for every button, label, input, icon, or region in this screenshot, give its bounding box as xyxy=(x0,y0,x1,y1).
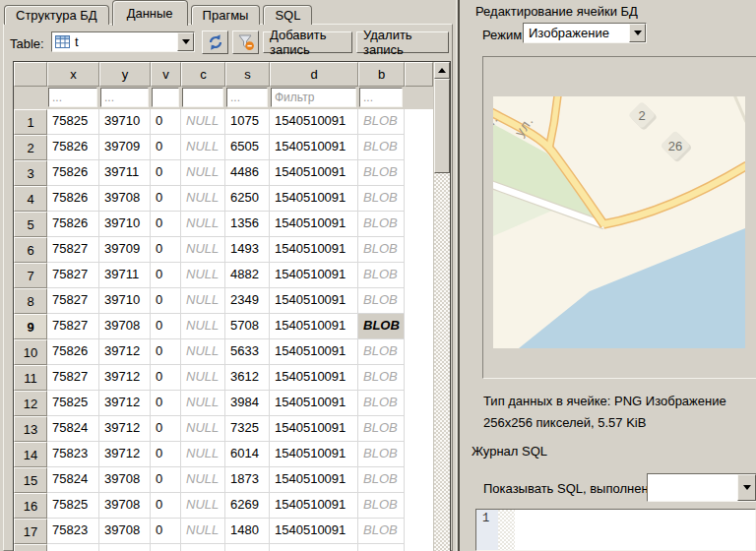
tab-db-structure[interactable]: Структура БД xyxy=(4,5,109,25)
filter-input-s[interactable] xyxy=(226,88,268,107)
row-header[interactable]: 10 xyxy=(14,339,47,365)
cell[interactable]: 1356 xyxy=(225,212,270,237)
cell[interactable] xyxy=(225,544,270,551)
cell[interactable]: 0 xyxy=(151,442,181,467)
cell[interactable]: 0 xyxy=(151,519,181,544)
cell[interactable]: NULL xyxy=(181,212,225,237)
cell[interactable]: 1540510091 xyxy=(270,288,358,314)
cell[interactable]: 1540510091 xyxy=(270,467,358,493)
add-record-button[interactable]: Добавить запись xyxy=(263,31,352,53)
cell[interactable]: 0 xyxy=(151,237,181,263)
row-header[interactable]: 5 xyxy=(14,212,47,237)
cell[interactable]: 7325 xyxy=(225,416,270,442)
cell[interactable]: 75825 xyxy=(47,493,99,519)
column-header-b[interactable]: b xyxy=(358,62,405,87)
cell[interactable]: 39712 xyxy=(99,365,151,391)
cell[interactable]: BLOB xyxy=(358,493,405,519)
filter-input-x[interactable] xyxy=(48,88,97,107)
table-selector-dropdown-button[interactable] xyxy=(177,32,194,51)
refresh-button[interactable] xyxy=(202,31,228,54)
cell[interactable]: 75825 xyxy=(47,109,99,135)
cell[interactable]: BLOB xyxy=(358,519,405,544)
cell[interactable]: 0 xyxy=(151,416,181,442)
cell[interactable]: 0 xyxy=(151,365,181,391)
v-scrollbar[interactable] xyxy=(433,62,450,551)
cell[interactable]: 1540510091 xyxy=(270,135,358,160)
cell[interactable]: 4882 xyxy=(225,263,270,288)
cell[interactable]: 39708 xyxy=(99,467,151,493)
sql-log-editor[interactable]: 1 xyxy=(475,509,756,551)
mode-select[interactable]: Изображение xyxy=(523,23,647,43)
cell[interactable]: 39708 xyxy=(99,186,151,212)
cell[interactable]: 39711 xyxy=(99,160,151,186)
cell[interactable]: NULL xyxy=(181,314,225,339)
cell[interactable]: 39709 xyxy=(99,237,151,263)
cell[interactable] xyxy=(181,544,225,551)
cell[interactable]: NULL xyxy=(181,263,225,288)
cell[interactable]: 75826 xyxy=(47,186,99,212)
row-header[interactable]: 15 xyxy=(14,467,47,493)
row-header[interactable]: 2 xyxy=(14,135,47,160)
row-header[interactable]: 17 xyxy=(14,519,47,544)
cell[interactable]: 1493 xyxy=(225,237,270,263)
selected-cell[interactable]: BLOB xyxy=(358,314,405,339)
filter-input-y[interactable] xyxy=(100,88,149,107)
cell[interactable]: 6014 xyxy=(225,442,270,467)
cell[interactable]: NULL xyxy=(181,442,225,467)
cell[interactable]: 0 xyxy=(151,109,181,135)
cell[interactable]: 1540510091 xyxy=(270,442,358,467)
cell[interactable]: 6250 xyxy=(225,186,270,212)
row-header[interactable]: 13 xyxy=(14,416,47,442)
column-header-v[interactable]: v xyxy=(151,62,181,87)
filter-input-d[interactable] xyxy=(271,88,356,107)
clear-filter-button[interactable] xyxy=(232,31,259,54)
cell[interactable]: 5633 xyxy=(225,339,270,365)
cell[interactable] xyxy=(99,544,151,551)
cell[interactable]: BLOB xyxy=(358,263,405,288)
cell[interactable]: 1540510091 xyxy=(270,186,358,212)
cell[interactable]: NULL xyxy=(181,109,225,135)
row-header[interactable]: 3 xyxy=(14,160,47,186)
cell[interactable]: 75826 xyxy=(47,339,99,365)
filter-input-c[interactable] xyxy=(182,88,223,107)
row-header[interactable]: 11 xyxy=(14,365,47,391)
cell[interactable]: 5708 xyxy=(225,314,270,339)
cell[interactable]: 75823 xyxy=(47,442,99,467)
cell[interactable]: 6269 xyxy=(225,493,270,519)
cell[interactable]: 75826 xyxy=(47,160,99,186)
cell[interactable]: BLOB xyxy=(358,467,405,493)
cell[interactable]: 1480 xyxy=(225,519,270,544)
cell[interactable]: NULL xyxy=(181,237,225,263)
cell[interactable]: NULL xyxy=(181,160,225,186)
cell[interactable]: BLOB xyxy=(358,186,405,212)
cell[interactable]: 1540510091 xyxy=(270,365,358,391)
cell[interactable]: 39708 xyxy=(99,314,151,339)
cell[interactable]: 0 xyxy=(151,288,181,314)
row-header[interactable]: 6 xyxy=(14,237,47,263)
cell[interactable]: 75823 xyxy=(47,519,99,544)
row-header[interactable]: 1 xyxy=(14,109,47,135)
cell[interactable]: BLOB xyxy=(358,442,405,467)
cell[interactable]: 1540510091 xyxy=(270,237,358,263)
cell[interactable]: 6505 xyxy=(225,135,270,160)
tab-execute-sql[interactable]: SQL xyxy=(263,5,312,25)
column-header-c[interactable]: c xyxy=(181,62,225,87)
tab-pragmas[interactable]: Прагмы xyxy=(191,5,261,25)
cell[interactable]: 1540510091 xyxy=(270,339,358,365)
cell[interactable]: 75825 xyxy=(47,391,99,416)
cell[interactable]: 1540510091 xyxy=(270,416,358,442)
cell[interactable]: NULL xyxy=(181,186,225,212)
cell[interactable]: 39712 xyxy=(99,442,151,467)
cell[interactable]: NULL xyxy=(181,493,225,519)
cell[interactable]: 0 xyxy=(151,186,181,212)
cell[interactable]: 39708 xyxy=(99,493,151,519)
row-header[interactable]: 16 xyxy=(14,493,47,519)
cell[interactable]: 0 xyxy=(151,339,181,365)
cell[interactable]: NULL xyxy=(181,467,225,493)
cell[interactable]: 39712 xyxy=(99,391,151,416)
cell[interactable]: BLOB xyxy=(358,212,405,237)
cell[interactable]: 1540510091 xyxy=(270,519,358,544)
sql-filter-dropdown-button[interactable] xyxy=(737,474,756,501)
column-header-y[interactable]: y xyxy=(99,62,151,87)
cell[interactable] xyxy=(358,544,405,551)
